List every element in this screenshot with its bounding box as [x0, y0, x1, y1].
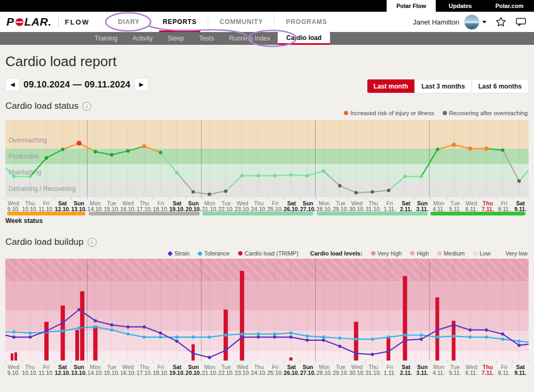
low-label: Low [480, 250, 490, 257]
subnav-item-cardio-load[interactable]: Cardio load [278, 32, 330, 45]
axis-day-label: Sat19.10. [169, 363, 185, 375]
buildup-legend: Strain Tolerance Cardio load (TRIMP) Car… [163, 250, 528, 257]
axis-day-label: Sat9.11. [512, 363, 529, 375]
axis-day-label: Sun27.10. [300, 199, 316, 212]
axis-tick [251, 361, 268, 363]
axis-tick [447, 361, 464, 363]
status-info-icon[interactable]: i [82, 102, 91, 111]
user-name[interactable]: Janet Hamilton [413, 18, 459, 26]
feedback-chat-icon[interactable] [515, 17, 527, 27]
range-last-3-months-button[interactable]: Last 3 months [414, 79, 471, 93]
axis-day-label: Thu24.10. [250, 199, 267, 212]
axis-day-label: Tue29.10. [333, 363, 349, 375]
logo-divider [58, 17, 59, 27]
site-tab-updates[interactable]: Updates [436, 0, 485, 12]
week-status-bar [430, 212, 525, 215]
tolerance-label: Tolerance [204, 250, 230, 257]
cardio-load-buildup-chart[interactable] [5, 259, 529, 361]
user-menu-caret-icon[interactable] [482, 21, 486, 23]
axis-tick [415, 361, 431, 363]
axis-day-label: Tue15.10. [104, 363, 120, 375]
legend-level-very-high: Very high [371, 250, 402, 257]
axis-day-label: Wed9.10. [5, 363, 22, 375]
top-site-bar: Polar Flow Updates Polar.com [0, 0, 534, 12]
axis-day-label: Thu31.10. [365, 199, 382, 212]
polar-logo-o-icon [15, 18, 24, 27]
status-x-axis: Wed9.10.Thu10.10.Fri11.10.Sat12.10.Sun13… [5, 199, 529, 212]
reports-subnav: Training Activity Sleep Tests Running In… [0, 32, 534, 45]
polar-logo[interactable]: P LAR. [6, 15, 52, 28]
subnav-item-running-index[interactable]: Running Index [222, 32, 278, 45]
user-avatar[interactable] [464, 14, 480, 30]
risk-label: Increased risk of injury or illness [350, 110, 434, 116]
axis-day-label: Sun20.10. [185, 363, 202, 375]
medium-dot-icon [437, 251, 442, 255]
axis-day-label: Sat12.10. [54, 363, 71, 375]
site-tab-polar-flow[interactable]: Polar Flow [387, 0, 436, 12]
range-last-month-button[interactable]: Last month [367, 79, 415, 93]
logo-letters-lar: LAR. [25, 15, 52, 28]
legend-level-medium: Medium [437, 250, 465, 257]
axis-day-label: Thu17.10. [136, 363, 153, 375]
subnav-item-sleep[interactable]: Sleep [160, 32, 192, 45]
axis-tick [284, 361, 301, 363]
axis-day-label: Fri1.11. [381, 199, 398, 212]
range-button-group: Last month Last 3 months Last 6 months [367, 79, 529, 93]
axis-tick [235, 361, 252, 363]
axis-day-label: Wed16.10. [120, 363, 136, 375]
nav-item-reports[interactable]: REPORTS [151, 12, 208, 32]
week-status-bars [0, 212, 534, 215]
subnav-item-activity[interactable]: Activity [125, 32, 160, 45]
axis-day-label: Sun13.10. [71, 363, 88, 375]
tolerance-marker-icon [198, 251, 203, 256]
axis-tick [137, 361, 153, 363]
axis-day-label: Mon21.10. [202, 363, 218, 375]
axis-day-label: Mon28.10. [316, 363, 333, 375]
axis-day-label: Sat26.10. [284, 363, 300, 375]
favorites-star-icon[interactable] [496, 17, 506, 27]
axis-tick [333, 361, 350, 363]
nav-item-community[interactable]: COMMUNITY [208, 12, 274, 32]
subnav-item-training[interactable]: Training [87, 32, 125, 45]
axis-tick [55, 361, 72, 363]
axis-tick [349, 361, 366, 363]
very-high-dot-icon [371, 251, 375, 255]
week-status-label: Week status [5, 217, 43, 225]
cardio-load-status-chart[interactable]: OverreachingProductiveMaintainingDetrain… [5, 120, 529, 197]
prev-period-button[interactable]: ◀ [5, 78, 20, 91]
axis-day-label: Fri25.10. [267, 199, 284, 212]
axis-tick [218, 361, 235, 363]
axis-day-label: Sun3.11. [414, 199, 431, 212]
status-legend: Increased risk of injury or illness Reco… [339, 110, 528, 116]
very-high-label: Very high [378, 250, 402, 257]
site-tab-polar-com[interactable]: Polar.com [485, 0, 534, 12]
polar-flow-screen: Polar Flow Updates Polar.com P LAR. FLOW… [0, 0, 534, 392]
subnav-item-tests[interactable]: Tests [192, 32, 222, 45]
axis-day-label: Sun27.10. [300, 363, 316, 375]
axis-day-label: Sat19.10. [169, 199, 185, 212]
axis-tick [38, 361, 55, 363]
axis-tick [398, 361, 415, 363]
axis-day-label: Wed6.11. [464, 199, 480, 212]
date-range-text: 09.10.2024 — 09.11.2024 [23, 79, 130, 90]
axis-day-label: Sat2.11. [398, 363, 414, 375]
low-dot-icon [473, 251, 477, 255]
axis-day-label: Mon21.10. [202, 199, 218, 212]
buildup-info-icon[interactable]: i [88, 238, 97, 247]
very-low-dot-icon [499, 251, 503, 255]
svg-text:Productive: Productive [9, 153, 39, 160]
range-last-6-months-button[interactable]: Last 6 months [472, 79, 528, 93]
axis-tick [382, 361, 398, 363]
legend-level-very-low: Very low [499, 250, 528, 257]
nav-item-programs[interactable]: PROGRAMS [274, 12, 338, 32]
axis-tick [268, 361, 284, 363]
strain-label: Strain [174, 250, 190, 257]
week-status-bar [202, 212, 313, 215]
very-low-label: Very low [505, 250, 528, 257]
axis-tick [169, 361, 186, 363]
user-area: Janet Hamilton [413, 14, 527, 30]
axis-day-label: Sat9.11. [512, 199, 529, 212]
next-period-button[interactable]: ▶ [134, 78, 148, 91]
nav-item-diary[interactable]: DIARY [107, 12, 151, 32]
axis-day-label: Thu24.10. [250, 363, 267, 375]
